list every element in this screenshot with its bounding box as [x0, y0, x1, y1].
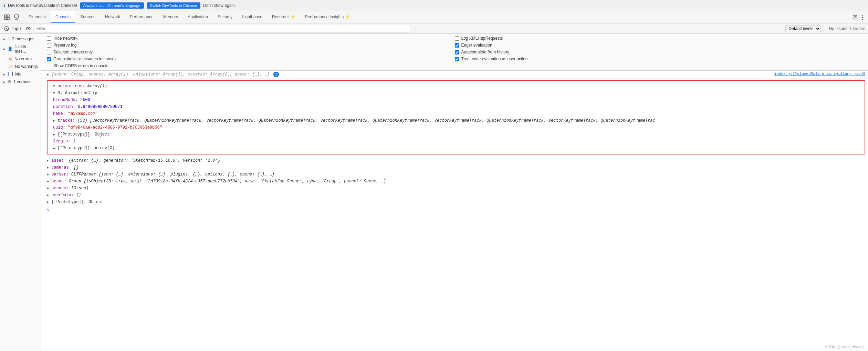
sidebar-verbose-label: 1 verbose: [13, 79, 32, 84]
tri-icon[interactable]: ▶: [47, 187, 49, 190]
svg-rect-5: [15, 19, 18, 20]
val-uuid: "df9846ae-acd2-4806-9791-b703063e9b06": [68, 125, 162, 130]
tri-icon[interactable]: ▶: [53, 133, 55, 137]
selected-context-checkbox[interactable]: [47, 50, 51, 54]
key-scene: scene: [51, 179, 64, 184]
sidebar-warnings[interactable]: ⚠ No warnings: [0, 63, 41, 70]
sidebar-errors[interactable]: ⊘ No errors: [0, 55, 41, 63]
sidebar-user-messages[interactable]: ▶ 👤 1 user mes...: [0, 43, 41, 55]
tri-icon[interactable]: ▼: [53, 91, 55, 95]
tree-proto1[interactable]: ▶ [[Prototype]]: Array(0): [53, 145, 865, 152]
tri-icon[interactable]: ▶: [47, 180, 49, 183]
device-toggle-icon[interactable]: [12, 13, 21, 21]
console-output: ▶ {scene: Group, scenes: Array(1), anima…: [41, 71, 868, 350]
autocomplete-checkbox[interactable]: [455, 50, 459, 54]
tree-userdata[interactable]: ▶ userData: {}: [47, 192, 868, 199]
info-icon: ℹ: [8, 72, 9, 77]
tree-uuid[interactable]: uuid: "df9846ae-acd2-4806-9791-b703063e9…: [53, 124, 865, 131]
context-selector[interactable]: top ▼: [12, 26, 22, 31]
console-expand-input[interactable]: >: [41, 207, 868, 214]
treat-code-eval-label: Treat code evaluation as user action: [461, 57, 528, 61]
sidebar-verbose[interactable]: ▶ ⚙ 1 verbose: [0, 78, 41, 86]
hide-network-checkbox[interactable]: [47, 36, 51, 41]
eager-eval-checkbox[interactable]: [455, 43, 459, 48]
sidebar-messages-label: 2 messages: [12, 37, 34, 41]
tree-duration[interactable]: duration: 0.9499999880790071: [53, 103, 865, 110]
options-right: Log XMLHttpRequests Eager evaluation Aut…: [455, 35, 863, 69]
treat-code-eval-checkbox[interactable]: [455, 57, 459, 61]
default-levels-select[interactable]: Default levels: [785, 25, 821, 32]
tree-parser[interactable]: ▶ parser: GLTFParser {json: {…}, extensi…: [47, 171, 868, 178]
key-asset: asset: [51, 158, 64, 163]
tab-security[interactable]: Security: [213, 11, 237, 23]
tri-icon[interactable]: ▶: [53, 119, 55, 123]
dont-show-again-link[interactable]: Don't show again: [203, 3, 235, 8]
hide-network-label: Hide network: [53, 36, 77, 41]
highlighted-object-box: ▼ animations: Array(1) ▼ 0: AnimationCli…: [47, 80, 865, 154]
tri-icon[interactable]: ▶: [47, 159, 49, 163]
inspect-icon[interactable]: [3, 13, 11, 21]
tri-icon[interactable]: ▶: [47, 193, 49, 197]
settings-gear-icon[interactable]: [851, 13, 859, 21]
preserve-log-checkbox[interactable]: [47, 43, 51, 48]
tri-icon[interactable]: ▶: [47, 200, 49, 204]
arrow-icon: ▶: [3, 80, 6, 84]
eye-icon[interactable]: [24, 26, 32, 32]
tri-icon[interactable]: ▶: [47, 166, 49, 170]
tab-recorder[interactable]: Recorder ⚡: [267, 11, 300, 23]
tree-proto-outer[interactable]: ▶ [[Prototype]]: Object: [47, 199, 868, 205]
tab-console[interactable]: Console: [51, 11, 75, 23]
tree-scenes[interactable]: ▶ scenes: [Group]: [47, 185, 868, 192]
tri-icon[interactable]: ▶: [47, 173, 49, 177]
tab-memory[interactable]: Memory: [158, 11, 183, 23]
preserve-log-label: Preserve log: [53, 43, 76, 48]
tree-blendmode[interactable]: blendMode: 2500: [53, 97, 865, 103]
group-similar-checkbox[interactable]: [47, 57, 51, 61]
expand-triangle[interactable]: ▶: [47, 73, 49, 77]
tree-animations[interactable]: ▼ animations: Array(1): [53, 83, 865, 90]
tree-asset[interactable]: ▶ asset: {extras: {…}, generator: 'Sketc…: [47, 157, 868, 164]
option-selected-context: Selected context only: [47, 49, 455, 55]
tab-lighthouse[interactable]: Lighthouse: [237, 11, 267, 23]
sidebar-info[interactable]: ▶ ℹ 1 info: [0, 70, 41, 78]
val-duration: 0.9499999880790071: [78, 104, 123, 109]
tri-icon[interactable]: ▼: [53, 84, 55, 88]
tree-cameras[interactable]: ▶ cameras: []: [47, 164, 868, 171]
val-userdata: {}: [76, 193, 81, 198]
filter-input[interactable]: [34, 25, 410, 32]
tab-performance-insights[interactable]: Performance insights ⚡: [300, 11, 355, 23]
more-options-icon[interactable]: [860, 13, 865, 21]
switch-devtools-button[interactable]: Switch DevTools to Chinese: [147, 2, 200, 9]
val-tracks: (53) [VectorKeyframeTrack, QuaternionKey…: [77, 118, 655, 123]
val-animations: Array(1): [87, 84, 107, 89]
always-match-button[interactable]: Always match Chrome's language: [80, 2, 144, 9]
tree-tracks[interactable]: ▶ tracks: (53) [VectorKeyframeTrack, Qua…: [53, 117, 859, 124]
tree-name[interactable]: name: "mixamo.com": [53, 110, 865, 117]
tab-network[interactable]: Network: [100, 11, 125, 23]
tab-performance[interactable]: Performance: [125, 11, 158, 23]
val-anim0: 0: AnimationClip: [57, 91, 97, 96]
tree-length[interactable]: length: 1: [53, 138, 865, 145]
tab-application[interactable]: Application: [183, 11, 213, 23]
list-icon: ≡: [8, 37, 10, 41]
autocomplete-label: Autocomplete from history: [461, 50, 509, 54]
clear-console-icon[interactable]: [3, 26, 10, 32]
tree-anim0[interactable]: ▼ 0: AnimationClip: [53, 90, 865, 97]
tab-elements[interactable]: Elements: [24, 11, 51, 23]
val-scene: Group {isObject3D: true, uuid: '3d73918e…: [69, 179, 386, 184]
val-length: 1: [73, 139, 75, 144]
sidebar-warnings-label: No warnings: [15, 64, 38, 69]
group-similar-label: Group similar messages in console: [53, 57, 118, 61]
cors-errors-checkbox[interactable]: [47, 64, 51, 68]
tree-scene[interactable]: ▶ scene: Group {isObject3D: true, uuid: …: [47, 178, 868, 185]
source-link[interactable]: index.js??clonedRule.e=script&lang=js:49: [774, 72, 865, 76]
tri-icon[interactable]: ▶: [53, 147, 55, 150]
context-label: top: [12, 26, 18, 31]
log-xml-checkbox[interactable]: [455, 36, 459, 41]
console-main-entry[interactable]: ▶ {scene: Group, scenes: Array(1), anima…: [41, 71, 868, 79]
tab-sources[interactable]: Sources: [75, 11, 100, 23]
notification-bar: ℹ DevTools is now available in Chinese! …: [0, 0, 868, 11]
sidebar-messages[interactable]: ▶ ≡ 2 messages: [0, 35, 41, 43]
tree-proto0[interactable]: ▶ [[Prototype]]: Object: [53, 131, 865, 138]
eager-eval-label: Eager evaluation: [461, 43, 492, 48]
